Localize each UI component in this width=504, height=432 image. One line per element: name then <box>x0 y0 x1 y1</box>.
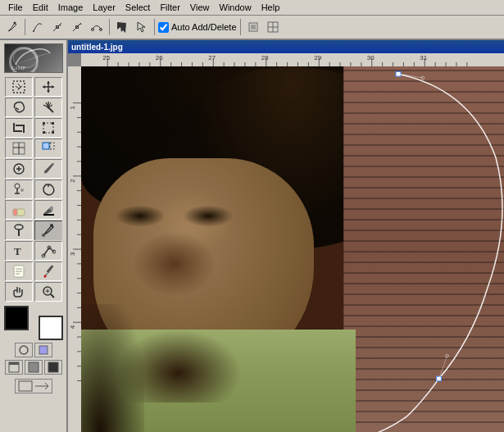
app-logo: GIMP <box>4 43 63 73</box>
menu-file[interactable]: File <box>3 2 28 13</box>
foreground-color[interactable] <box>4 306 29 330</box>
path-select-btn[interactable] <box>113 18 131 36</box>
svg-rect-34 <box>13 209 17 216</box>
menu-image[interactable]: Image <box>53 2 89 13</box>
mode-row-2 <box>5 360 62 375</box>
eyedropper-tool[interactable] <box>34 261 62 281</box>
menu-layer[interactable]: Layer <box>88 2 120 13</box>
tool-row-6 <box>5 180 62 199</box>
background-color[interactable] <box>39 316 63 340</box>
fullscreen-btn[interactable] <box>25 360 43 375</box>
transform-tool[interactable] <box>34 118 62 138</box>
notes-tool[interactable] <box>5 261 33 281</box>
history-brush-tool[interactable] <box>34 180 62 199</box>
mode-row-1 <box>15 343 52 357</box>
svg-point-0 <box>14 22 16 25</box>
pen-tool-toolbox[interactable] <box>34 221 62 240</box>
color-picker-area <box>4 306 63 340</box>
svg-text:−: − <box>79 21 83 28</box>
svg-rect-58 <box>19 381 32 391</box>
svg-text:+: + <box>59 22 62 27</box>
svg-point-52 <box>20 346 28 354</box>
quick-mask-btn[interactable] <box>34 343 52 357</box>
clone-tool[interactable] <box>5 180 33 199</box>
svg-point-47 <box>43 275 46 278</box>
text-tool[interactable]: T <box>5 241 33 261</box>
eraser-tool[interactable] <box>5 200 33 220</box>
toolbar-sep-4 <box>240 19 241 35</box>
svg-rect-26 <box>43 143 49 149</box>
zoom-tool[interactable] <box>34 282 62 302</box>
menu-view[interactable]: View <box>185 2 215 13</box>
auto-add-label: Auto Add/Delete <box>171 22 237 32</box>
path-component-tool[interactable] <box>34 241 62 261</box>
canvas-area: untitled-1.jpg <box>68 40 504 432</box>
svg-rect-53 <box>39 346 48 354</box>
brick-wall <box>343 66 504 432</box>
menu-help[interactable]: Help <box>257 2 285 13</box>
slice-select-tool[interactable] <box>34 139 62 158</box>
menu-window[interactable]: Window <box>215 2 257 13</box>
slice-tool[interactable] <box>5 139 33 158</box>
move-tool[interactable] <box>34 77 62 97</box>
jump-to-imageready-btn[interactable] <box>15 379 52 393</box>
menu-select[interactable]: Select <box>120 2 156 13</box>
magic-wand-tool[interactable] <box>34 98 62 117</box>
snap-btn-2[interactable] <box>264 18 282 36</box>
window-mode-btn[interactable] <box>5 360 23 375</box>
toolbar-sep-2 <box>109 19 110 35</box>
lasso-tool[interactable] <box>5 98 33 117</box>
svg-rect-21 <box>43 131 45 134</box>
svg-rect-15 <box>13 81 25 93</box>
tool-row-5 <box>5 159 62 179</box>
standard-mode-btn[interactable] <box>15 343 33 357</box>
direct-select-btn[interactable] <box>133 18 151 36</box>
photo-simulation <box>81 66 504 432</box>
options-toolbar: + − Auto Add/Delete <box>0 16 504 40</box>
dodge-tool[interactable] <box>5 221 33 240</box>
svg-line-49 <box>51 294 54 298</box>
menu-filter[interactable]: Filter <box>155 2 184 13</box>
svg-rect-22 <box>52 131 54 134</box>
ruler-h-canvas <box>81 53 504 66</box>
menu-edit[interactable]: Edit <box>28 2 53 13</box>
canvas-title: untitled-1.jpg <box>71 43 123 52</box>
svg-point-17 <box>47 107 49 109</box>
hand-tool[interactable] <box>5 282 33 302</box>
svg-point-37 <box>50 224 53 227</box>
marquee-tool[interactable] <box>5 77 33 97</box>
heal-tool[interactable] <box>5 159 33 179</box>
tool-row-8 <box>5 221 62 240</box>
eye-left <box>115 205 166 227</box>
tool-row-7 <box>5 200 62 220</box>
pen-tool-btn[interactable] <box>3 18 21 36</box>
svg-text:T: T <box>14 245 21 257</box>
tool-row-1 <box>5 77 62 97</box>
svg-rect-9 <box>251 25 256 30</box>
delete-anchor-btn[interactable]: − <box>68 18 86 36</box>
freeform-pen-btn[interactable] <box>29 18 47 36</box>
tool-row-3 <box>5 118 62 138</box>
svg-rect-19 <box>43 122 45 125</box>
auto-add-checkbox[interactable] <box>158 22 169 33</box>
beard-area <box>115 330 242 402</box>
eye-right <box>183 205 234 227</box>
add-anchor-btn[interactable]: + <box>48 18 66 36</box>
ruler-horizontal <box>81 53 504 66</box>
fill-tool[interactable] <box>34 200 62 220</box>
crop-tool[interactable] <box>5 118 33 138</box>
snap-btn-1[interactable] <box>244 18 262 36</box>
svg-rect-57 <box>48 362 58 372</box>
fullscreen2-btn[interactable] <box>44 360 62 375</box>
ruler-v-canvas <box>68 66 81 432</box>
tool-row-11 <box>5 282 62 302</box>
jump-row <box>15 379 52 393</box>
tool-row-10 <box>5 261 62 281</box>
svg-point-38 <box>42 234 45 237</box>
tool-row-4 <box>5 139 62 158</box>
convert-anchor-btn[interactable] <box>88 18 106 36</box>
image-container[interactable] <box>81 66 504 432</box>
brush-tool[interactable] <box>34 159 62 179</box>
svg-point-1 <box>33 30 34 32</box>
svg-rect-27 <box>50 143 54 149</box>
